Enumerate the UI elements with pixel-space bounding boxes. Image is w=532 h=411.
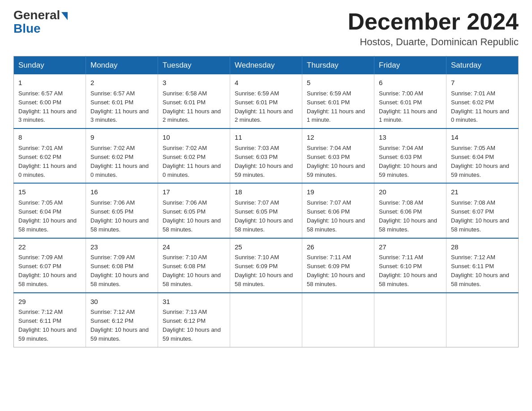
day-sunset: Sunset: 6:06 PM bbox=[307, 208, 350, 215]
day-sunset: Sunset: 6:01 PM bbox=[307, 99, 350, 106]
day-sunrise: Sunrise: 6:58 AM bbox=[163, 90, 207, 97]
day-daylight: Daylight: 11 hours and 1 minute. bbox=[307, 108, 365, 124]
calendar-header: SundayMondayTuesdayWednesdayThursdayFrid… bbox=[14, 56, 519, 75]
day-daylight: Daylight: 11 hours and 3 minutes. bbox=[18, 108, 77, 124]
day-daylight: Daylight: 11 hours and 2 minutes. bbox=[163, 108, 221, 124]
day-sunrise: Sunrise: 7:00 AM bbox=[379, 90, 423, 97]
calendar-cell: 3Sunrise: 6:58 AMSunset: 6:01 PMDaylight… bbox=[158, 74, 230, 128]
day-daylight: Daylight: 10 hours and 59 minutes. bbox=[379, 163, 437, 178]
day-sunrise: Sunrise: 6:57 AM bbox=[18, 90, 63, 97]
day-sunset: Sunset: 6:01 PM bbox=[163, 99, 206, 106]
day-daylight: Daylight: 10 hours and 59 minutes. bbox=[163, 326, 221, 342]
day-sunrise: Sunrise: 7:02 AM bbox=[163, 145, 207, 151]
calendar-cell: 4Sunrise: 6:59 AMSunset: 6:01 PMDaylight… bbox=[230, 74, 302, 128]
day-number: 26 bbox=[307, 242, 369, 252]
day-sunset: Sunset: 6:05 PM bbox=[90, 208, 133, 215]
day-number: 6 bbox=[379, 78, 442, 88]
weekday-header-friday: Friday bbox=[374, 56, 446, 75]
day-sunrise: Sunrise: 7:13 AM bbox=[163, 308, 207, 315]
calendar-cell bbox=[230, 293, 302, 347]
day-sunrise: Sunrise: 7:12 AM bbox=[451, 254, 495, 261]
day-sunrise: Sunrise: 7:01 AM bbox=[451, 90, 495, 97]
day-daylight: Daylight: 10 hours and 58 minutes. bbox=[18, 217, 77, 233]
day-sunrise: Sunrise: 7:05 AM bbox=[18, 199, 63, 206]
day-sunset: Sunset: 6:01 PM bbox=[235, 99, 278, 106]
calendar-cell: 23Sunrise: 7:09 AMSunset: 6:08 PMDayligh… bbox=[86, 238, 158, 293]
day-daylight: Daylight: 10 hours and 59 minutes. bbox=[90, 326, 149, 342]
day-number: 14 bbox=[451, 133, 514, 142]
day-number: 13 bbox=[379, 133, 442, 142]
day-number: 18 bbox=[235, 187, 297, 197]
day-sunset: Sunset: 6:09 PM bbox=[307, 263, 350, 270]
day-number: 21 bbox=[451, 187, 514, 197]
header: General Blue December 2024 Hostos, Duart… bbox=[13, 9, 519, 48]
day-number: 30 bbox=[90, 297, 153, 307]
day-sunset: Sunset: 6:12 PM bbox=[163, 317, 206, 324]
day-daylight: Daylight: 10 hours and 58 minutes. bbox=[163, 272, 221, 287]
day-number: 19 bbox=[307, 187, 369, 197]
day-daylight: Daylight: 10 hours and 58 minutes. bbox=[18, 272, 77, 287]
day-sunrise: Sunrise: 7:02 AM bbox=[90, 145, 135, 151]
day-daylight: Daylight: 10 hours and 58 minutes. bbox=[90, 272, 149, 287]
day-sunrise: Sunrise: 7:10 AM bbox=[163, 254, 207, 261]
day-number: 8 bbox=[18, 133, 81, 142]
day-sunrise: Sunrise: 7:11 AM bbox=[307, 254, 351, 261]
day-daylight: Daylight: 10 hours and 58 minutes. bbox=[451, 272, 509, 287]
day-daylight: Daylight: 11 hours and 0 minutes. bbox=[90, 163, 149, 178]
day-number: 24 bbox=[163, 242, 225, 252]
day-sunrise: Sunrise: 7:04 AM bbox=[307, 145, 351, 151]
weekday-header-row: SundayMondayTuesdayWednesdayThursdayFrid… bbox=[14, 56, 519, 75]
day-number: 27 bbox=[379, 242, 442, 252]
day-sunrise: Sunrise: 7:09 AM bbox=[90, 254, 135, 261]
calendar-cell: 18Sunrise: 7:07 AMSunset: 6:05 PMDayligh… bbox=[230, 183, 302, 238]
weekday-header-saturday: Saturday bbox=[446, 56, 519, 75]
calendar-cell: 24Sunrise: 7:10 AMSunset: 6:08 PMDayligh… bbox=[158, 238, 230, 293]
day-daylight: Daylight: 10 hours and 58 minutes. bbox=[379, 272, 437, 287]
day-sunset: Sunset: 6:12 PM bbox=[90, 317, 133, 324]
day-sunrise: Sunrise: 7:08 AM bbox=[379, 199, 423, 206]
calendar-cell bbox=[374, 293, 446, 347]
day-daylight: Daylight: 11 hours and 0 minutes. bbox=[18, 163, 77, 178]
day-sunset: Sunset: 6:01 PM bbox=[379, 99, 422, 106]
day-sunrise: Sunrise: 7:12 AM bbox=[18, 308, 63, 315]
day-sunrise: Sunrise: 7:07 AM bbox=[235, 199, 279, 206]
day-number: 17 bbox=[163, 187, 225, 197]
day-sunset: Sunset: 6:02 PM bbox=[451, 99, 494, 106]
day-sunset: Sunset: 6:03 PM bbox=[307, 154, 350, 160]
day-sunrise: Sunrise: 6:57 AM bbox=[90, 90, 135, 97]
day-sunrise: Sunrise: 6:59 AM bbox=[235, 90, 279, 97]
month-year-title: December 2024 bbox=[348, 9, 519, 34]
day-number: 4 bbox=[235, 78, 297, 88]
logo-blue-text: Blue bbox=[13, 21, 41, 36]
day-sunrise: Sunrise: 7:11 AM bbox=[379, 254, 423, 261]
calendar-cell: 21Sunrise: 7:08 AMSunset: 6:07 PMDayligh… bbox=[446, 183, 519, 238]
calendar-cell: 28Sunrise: 7:12 AMSunset: 6:11 PMDayligh… bbox=[446, 238, 519, 293]
day-daylight: Daylight: 10 hours and 58 minutes. bbox=[451, 217, 509, 233]
day-sunset: Sunset: 6:05 PM bbox=[163, 208, 206, 215]
logo-arrow-icon bbox=[61, 12, 68, 20]
weekday-header-thursday: Thursday bbox=[302, 56, 374, 75]
calendar-week-row: 15Sunrise: 7:05 AMSunset: 6:04 PMDayligh… bbox=[14, 183, 519, 238]
day-number: 31 bbox=[163, 297, 225, 307]
day-sunset: Sunset: 6:02 PM bbox=[90, 154, 133, 160]
day-daylight: Daylight: 10 hours and 58 minutes. bbox=[307, 272, 365, 287]
calendar-cell: 16Sunrise: 7:06 AMSunset: 6:05 PMDayligh… bbox=[86, 183, 158, 238]
day-sunrise: Sunrise: 7:04 AM bbox=[379, 145, 423, 151]
day-number: 12 bbox=[307, 133, 369, 142]
calendar-week-row: 29Sunrise: 7:12 AMSunset: 6:11 PMDayligh… bbox=[14, 293, 519, 347]
calendar-cell: 11Sunrise: 7:03 AMSunset: 6:03 PMDayligh… bbox=[230, 128, 302, 183]
day-number: 7 bbox=[451, 78, 514, 88]
day-sunset: Sunset: 6:08 PM bbox=[163, 263, 206, 270]
day-number: 15 bbox=[18, 187, 81, 197]
calendar-week-row: 22Sunrise: 7:09 AMSunset: 6:07 PMDayligh… bbox=[14, 238, 519, 293]
day-number: 3 bbox=[163, 78, 225, 88]
day-sunset: Sunset: 6:11 PM bbox=[18, 317, 61, 324]
calendar-cell: 30Sunrise: 7:12 AMSunset: 6:12 PMDayligh… bbox=[86, 293, 158, 347]
calendar-cell: 10Sunrise: 7:02 AMSunset: 6:02 PMDayligh… bbox=[158, 128, 230, 183]
calendar-cell: 20Sunrise: 7:08 AMSunset: 6:06 PMDayligh… bbox=[374, 183, 446, 238]
day-sunrise: Sunrise: 7:09 AM bbox=[18, 254, 63, 261]
day-number: 20 bbox=[379, 187, 442, 197]
day-number: 10 bbox=[163, 133, 225, 142]
day-sunset: Sunset: 6:06 PM bbox=[379, 208, 422, 215]
day-number: 5 bbox=[307, 78, 369, 88]
